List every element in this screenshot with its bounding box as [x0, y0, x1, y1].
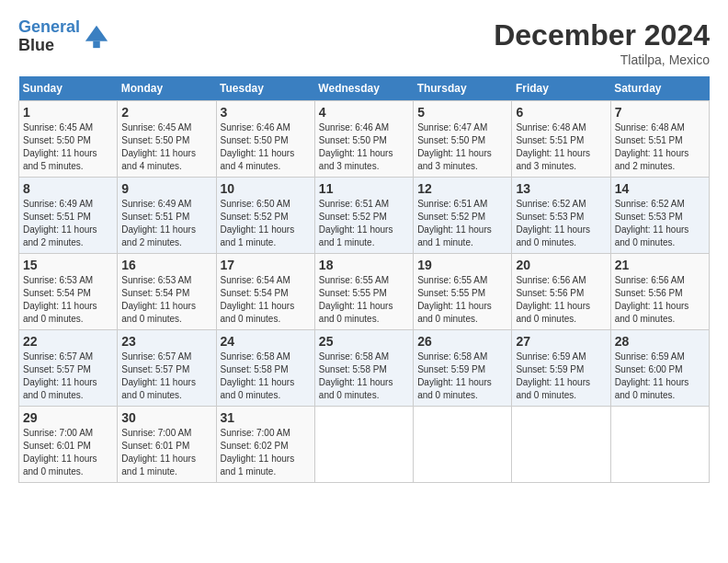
week-row-3: 15 Sunrise: 6:53 AM Sunset: 5:54 PM Dayl…: [19, 254, 710, 330]
day-number: 5: [417, 105, 507, 120]
week-row-1: 1 Sunrise: 6:45 AM Sunset: 5:50 PM Dayli…: [19, 101, 710, 178]
header-saturday: Saturday: [610, 76, 709, 101]
subtitle: Tlatilpa, Mexico: [494, 52, 710, 67]
day-info: Sunrise: 6:58 AM Sunset: 5:58 PM Dayligh…: [221, 350, 311, 402]
cell-week3-day4: 19 Sunrise: 6:55 AM Sunset: 5:55 PM Dayl…: [414, 254, 512, 330]
day-number: 26: [417, 334, 507, 349]
day-info: Sunrise: 6:51 AM Sunset: 5:52 PM Dayligh…: [417, 198, 507, 249]
day-info: Sunrise: 6:49 AM Sunset: 5:51 PM Dayligh…: [23, 198, 113, 249]
day-info: Sunrise: 6:53 AM Sunset: 5:54 PM Dayligh…: [121, 274, 211, 326]
cell-week1-day3: 4 Sunrise: 6:46 AM Sunset: 5:50 PM Dayli…: [314, 101, 413, 178]
day-number: 12: [417, 181, 507, 196]
page-header: GeneralBlue December 2024 Tlatilpa, Mexi…: [18, 18, 710, 67]
day-number: 30: [121, 410, 211, 425]
cell-week4-day6: 28 Sunrise: 6:59 AM Sunset: 6:00 PM Dayl…: [610, 330, 709, 407]
cell-week3-day2: 17 Sunrise: 6:54 AM Sunset: 5:54 PM Dayl…: [216, 254, 314, 330]
day-number: 18: [319, 258, 409, 272]
day-info: Sunrise: 6:48 AM Sunset: 5:51 PM Dayligh…: [615, 121, 705, 173]
cell-week2-day4: 12 Sunrise: 6:51 AM Sunset: 5:52 PM Dayl…: [414, 178, 512, 254]
day-info: Sunrise: 6:56 AM Sunset: 5:56 PM Dayligh…: [516, 274, 606, 326]
day-number: 6: [516, 105, 606, 120]
day-number: 4: [319, 105, 409, 120]
day-info: Sunrise: 6:46 AM Sunset: 5:50 PM Dayligh…: [319, 121, 409, 173]
cell-week2-day1: 9 Sunrise: 6:49 AM Sunset: 5:51 PM Dayli…: [118, 178, 216, 254]
cell-week2-day3: 11 Sunrise: 6:51 AM Sunset: 5:52 PM Dayl…: [314, 178, 413, 254]
day-number: 22: [23, 334, 113, 349]
cell-week4-day2: 24 Sunrise: 6:58 AM Sunset: 5:58 PM Dayl…: [216, 330, 314, 407]
day-number: 14: [615, 181, 705, 196]
day-number: 8: [23, 181, 113, 196]
header-wednesday: Wednesday: [314, 76, 413, 101]
day-number: 15: [23, 258, 113, 272]
day-info: Sunrise: 6:59 AM Sunset: 5:59 PM Dayligh…: [516, 350, 606, 402]
header-monday: Monday: [118, 76, 216, 101]
header-row: Sunday Monday Tuesday Wednesday Thursday…: [19, 76, 710, 101]
day-info: Sunrise: 6:52 AM Sunset: 5:53 PM Dayligh…: [516, 198, 606, 249]
header-friday: Friday: [512, 76, 610, 101]
cell-week1-day2: 3 Sunrise: 6:46 AM Sunset: 5:50 PM Dayli…: [216, 101, 314, 178]
day-info: Sunrise: 6:56 AM Sunset: 5:56 PM Dayligh…: [615, 274, 705, 326]
day-info: Sunrise: 7:00 AM Sunset: 6:01 PM Dayligh…: [121, 427, 211, 478]
cell-week2-day2: 10 Sunrise: 6:50 AM Sunset: 5:52 PM Dayl…: [216, 178, 314, 254]
header-sunday: Sunday: [19, 76, 118, 101]
day-number: 16: [121, 258, 211, 272]
day-number: 23: [121, 334, 211, 349]
cell-week3-day1: 16 Sunrise: 6:53 AM Sunset: 5:54 PM Dayl…: [118, 254, 216, 330]
cell-week5-day3: [314, 407, 413, 483]
day-info: Sunrise: 6:48 AM Sunset: 5:51 PM Dayligh…: [516, 121, 606, 173]
cell-week1-day1: 2 Sunrise: 6:45 AM Sunset: 5:50 PM Dayli…: [118, 101, 216, 178]
main-title: December 2024: [494, 18, 710, 52]
cell-week4-day1: 23 Sunrise: 6:57 AM Sunset: 5:57 PM Dayl…: [118, 330, 216, 407]
cell-week3-day3: 18 Sunrise: 6:55 AM Sunset: 5:55 PM Dayl…: [314, 254, 413, 330]
cell-week4-day0: 22 Sunrise: 6:57 AM Sunset: 5:57 PM Dayl…: [19, 330, 118, 407]
day-number: 27: [516, 334, 606, 349]
cell-week4-day3: 25 Sunrise: 6:58 AM Sunset: 5:58 PM Dayl…: [314, 330, 413, 407]
day-info: Sunrise: 6:57 AM Sunset: 5:57 PM Dayligh…: [23, 350, 113, 402]
day-number: 20: [516, 258, 606, 272]
logo-icon: [84, 24, 109, 50]
calendar-table: Sunday Monday Tuesday Wednesday Thursday…: [18, 76, 710, 483]
day-number: 9: [121, 181, 211, 196]
day-info: Sunrise: 6:50 AM Sunset: 5:52 PM Dayligh…: [221, 198, 311, 249]
day-info: Sunrise: 6:55 AM Sunset: 5:55 PM Dayligh…: [417, 274, 507, 326]
cell-week5-day0: 29 Sunrise: 7:00 AM Sunset: 6:01 PM Dayl…: [19, 407, 118, 483]
day-number: 2: [121, 105, 211, 120]
day-number: 28: [615, 334, 705, 349]
cell-week2-day0: 8 Sunrise: 6:49 AM Sunset: 5:51 PM Dayli…: [19, 178, 118, 254]
day-number: 3: [221, 105, 311, 120]
day-number: 29: [23, 410, 113, 425]
day-number: 10: [221, 181, 311, 196]
cell-week3-day5: 20 Sunrise: 6:56 AM Sunset: 5:56 PM Dayl…: [512, 254, 610, 330]
cell-week2-day5: 13 Sunrise: 6:52 AM Sunset: 5:53 PM Dayl…: [512, 178, 610, 254]
logo-text: GeneralBlue: [18, 18, 80, 55]
week-row-5: 29 Sunrise: 7:00 AM Sunset: 6:01 PM Dayl…: [19, 407, 710, 483]
day-number: 7: [615, 105, 705, 120]
cell-week4-day5: 27 Sunrise: 6:59 AM Sunset: 5:59 PM Dayl…: [512, 330, 610, 407]
cell-week5-day6: [610, 407, 709, 483]
calendar-header: Sunday Monday Tuesday Wednesday Thursday…: [19, 76, 710, 101]
title-area: December 2024 Tlatilpa, Mexico: [494, 18, 710, 67]
day-info: Sunrise: 6:46 AM Sunset: 5:50 PM Dayligh…: [221, 121, 311, 173]
cell-week1-day6: 7 Sunrise: 6:48 AM Sunset: 5:51 PM Dayli…: [610, 101, 709, 178]
calendar-body: 1 Sunrise: 6:45 AM Sunset: 5:50 PM Dayli…: [19, 101, 710, 483]
day-info: Sunrise: 6:54 AM Sunset: 5:54 PM Dayligh…: [221, 274, 311, 326]
day-number: 1: [23, 105, 113, 120]
week-row-2: 8 Sunrise: 6:49 AM Sunset: 5:51 PM Dayli…: [19, 178, 710, 254]
day-info: Sunrise: 7:00 AM Sunset: 6:01 PM Dayligh…: [23, 427, 113, 478]
day-info: Sunrise: 6:47 AM Sunset: 5:50 PM Dayligh…: [417, 121, 507, 173]
cell-week3-day6: 21 Sunrise: 6:56 AM Sunset: 5:56 PM Dayl…: [610, 254, 709, 330]
cell-week1-day4: 5 Sunrise: 6:47 AM Sunset: 5:50 PM Dayli…: [414, 101, 512, 178]
day-number: 31: [221, 410, 311, 425]
cell-week1-day0: 1 Sunrise: 6:45 AM Sunset: 5:50 PM Dayli…: [19, 101, 118, 178]
week-row-4: 22 Sunrise: 6:57 AM Sunset: 5:57 PM Dayl…: [19, 330, 710, 407]
logo: GeneralBlue: [18, 18, 109, 55]
day-number: 19: [417, 258, 507, 272]
day-info: Sunrise: 6:58 AM Sunset: 5:59 PM Dayligh…: [417, 350, 507, 402]
day-info: Sunrise: 6:52 AM Sunset: 5:53 PM Dayligh…: [615, 198, 705, 249]
day-number: 21: [615, 258, 705, 272]
svg-marker-0: [85, 26, 108, 41]
day-info: Sunrise: 6:49 AM Sunset: 5:51 PM Dayligh…: [121, 198, 211, 249]
day-info: Sunrise: 6:59 AM Sunset: 6:00 PM Dayligh…: [615, 350, 705, 402]
cell-week1-day5: 6 Sunrise: 6:48 AM Sunset: 5:51 PM Dayli…: [512, 101, 610, 178]
day-number: 24: [221, 334, 311, 349]
